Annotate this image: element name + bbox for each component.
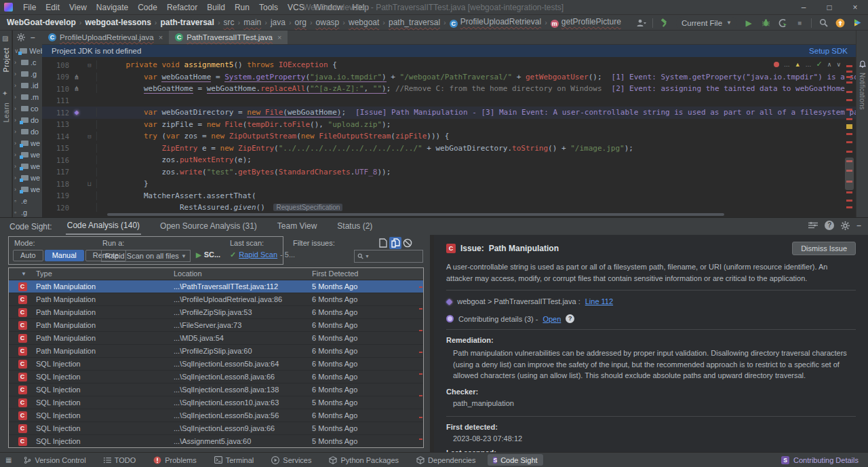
tree-item[interactable]: ›we [13, 172, 42, 183]
minimize-button[interactable]: – [791, 0, 816, 15]
issue-row[interactable]: CSQL Injection...\SqlInjectionLesson8.ja… [9, 371, 423, 384]
menu-file[interactable]: File [18, 3, 41, 12]
tree-item[interactable]: ›do [13, 114, 42, 126]
breadcrumb-item[interactable]: src [224, 18, 235, 27]
close-icon[interactable]: × [277, 33, 281, 41]
menu-edit[interactable]: Edit [41, 3, 64, 12]
mode-manual-button[interactable]: Manual [45, 250, 84, 261]
menu-run[interactable]: Run [230, 3, 254, 12]
column-type[interactable]: Type [36, 269, 52, 278]
tree-item[interactable]: ▫.e [13, 195, 42, 206]
breadcrumb-item[interactable]: webgoat-lessons [85, 18, 151, 27]
debug-bug-icon[interactable] [760, 18, 771, 29]
menu-code[interactable]: Code [133, 3, 162, 12]
tree-item[interactable]: ›.g [13, 68, 42, 79]
breadcrumb-item[interactable]: path-traversal [161, 18, 214, 27]
tool-strip-learn[interactable]: Learn [2, 102, 10, 122]
filter-suppressed-icon[interactable] [401, 237, 414, 249]
menu-build[interactable]: Build [202, 3, 230, 12]
tool-window-switcher-icon[interactable]: ▦ [5, 456, 12, 464]
error-stripe[interactable] [846, 58, 852, 212]
help-icon[interactable]: ? [566, 314, 574, 323]
code-line-112[interactable]: 112◆ var webGoatDirectory = new File(web… [42, 107, 856, 119]
filter-current-file-icon[interactable] [377, 237, 389, 249]
gear-icon[interactable] [841, 221, 850, 230]
code-line-114[interactable]: 114⊟ try (var zos = new ZipOutputStream(… [42, 130, 856, 143]
gear-icon[interactable] [17, 33, 25, 41]
code-line-117[interactable]: 117 zos.write("test".getBytes(StandardCh… [42, 166, 856, 179]
tree-item[interactable]: ›we [13, 160, 42, 172]
maximize-button[interactable]: □ [816, 0, 842, 15]
breadcrumb-item[interactable]: main [243, 18, 261, 27]
column-first-detected[interactable]: First Detected [312, 269, 358, 278]
stop-button[interactable]: ■ [794, 18, 805, 29]
tree-root-item[interactable]: ∨Web [13, 45, 42, 56]
sort-icon[interactable]: ▼ [21, 271, 26, 277]
issue-row[interactable]: CPath Manipulation...\FileServer.java:73… [9, 319, 423, 332]
breadcrumb-item[interactable]: mgetProfilePicture [551, 17, 621, 28]
code-line-111[interactable]: 111 [42, 95, 856, 107]
scrollbar-thumb[interactable] [845, 157, 854, 190]
next-issue-icon[interactable]: ∨ [836, 61, 841, 68]
search-everywhere-icon[interactable] [818, 18, 829, 29]
issue-row[interactable]: CSQL Injection...\SqlInjectionLesson5b.j… [9, 409, 423, 422]
code-line-109[interactable]: 109⋔ var webGoatHome = System.getPropert… [42, 71, 856, 83]
code-line-115[interactable]: 115 ZipEntry e = new ZipEntry("../../../… [42, 143, 856, 155]
menu-refactor[interactable]: Refactor [162, 3, 202, 12]
table-scrollbar[interactable] [419, 281, 422, 447]
run-configuration-select[interactable]: Current File ▼ [676, 17, 737, 29]
tree-item[interactable]: ›we [13, 183, 42, 195]
editor-tab[interactable]: CProfileUploadRetrieval.java× [42, 31, 169, 44]
code-line-108[interactable]: 108⊟ private void assignment5() throws I… [42, 59, 856, 71]
code-line-120[interactable]: 120 RestAssured.given() RequestSpecifica… [42, 202, 856, 214]
scan-type-select[interactable]: Rapid Scan on all files ▼ [101, 250, 191, 262]
taint-source-icon[interactable]: ⋔ [69, 73, 84, 81]
bell-icon[interactable] [859, 60, 867, 69]
issue-row[interactable]: CSQL Injection...\SqlInjectionLesson10.j… [9, 396, 423, 409]
breadcrumb-item[interactable]: webgoat [349, 18, 379, 27]
scan-button[interactable]: ▶ SC... [196, 250, 220, 259]
issue-row[interactable]: CPath Manipulation...\MD5.java:546 Month… [9, 332, 423, 345]
code-line-116[interactable]: 116 zos.putNextEntry(e); [42, 154, 856, 166]
inspection-widget[interactable]: … ▲… ✓ ∧ ∨ [774, 60, 841, 69]
tree-item[interactable]: ›do [13, 126, 42, 137]
tree-item[interactable]: ›we [13, 149, 42, 160]
tree-item[interactable]: ›.m [13, 91, 42, 102]
column-location[interactable]: Location [174, 269, 202, 278]
code-line-118[interactable]: 118⊔ } [42, 178, 856, 190]
dismiss-issue-button[interactable]: Dismiss Issue [792, 242, 856, 255]
profiler-icon[interactable] [777, 18, 788, 29]
issue-row[interactable]: CPath Manipulation...\ProfileZipSlip.jav… [9, 345, 423, 358]
breadcrumb-item[interactable]: owasp [316, 18, 340, 27]
issue-search-input[interactable] [371, 253, 418, 261]
editor-tab[interactable]: CPathTraversalITTest.java× [169, 31, 288, 44]
tool-window-problems[interactable]: Problems [148, 455, 201, 466]
close-button[interactable]: × [842, 0, 868, 15]
tool-window-services[interactable]: Services [266, 455, 317, 466]
tool-window-terminal[interactable]: Terminal [209, 455, 260, 466]
code-editor[interactable]: 108⊟ private void assignment5() throws I… [42, 57, 856, 217]
tab-open-source-analysis-31-[interactable]: Open Source Analysis (31) [159, 219, 258, 234]
code-line-110[interactable]: 110⋔ webGoatHome = webGoatHome.replaceAl… [42, 83, 856, 95]
issue-search-field[interactable]: ▼ [354, 250, 423, 263]
code-line-119[interactable]: 119 MatcherAssert.assertThat( [42, 190, 856, 202]
last-scan-link[interactable]: Rapid Scan [239, 250, 277, 259]
issue-row[interactable]: CSQL Injection...\SqlInjectionLesson5b.j… [9, 358, 423, 371]
tree-item[interactable]: ▫.g [13, 206, 42, 217]
tree-item[interactable]: ›co [13, 102, 42, 114]
open-link[interactable]: Open [542, 315, 561, 323]
update-available-icon[interactable] [835, 18, 846, 29]
tool-strip-notifications[interactable]: Notifications [859, 73, 866, 109]
breadcrumb-item[interactable]: path_traversal [389, 18, 440, 27]
build-hammer-icon[interactable] [659, 18, 670, 29]
issue-row[interactable]: CSQL Injection...\Assignment5.java:605 M… [9, 435, 423, 448]
tab-code-analysis-140-[interactable]: Code Analysis (140) [66, 218, 141, 235]
contributing-details-button[interactable]: S Contributing Details [781, 456, 859, 464]
fold-marker-icon[interactable]: ⊔ [84, 181, 95, 187]
line-link[interactable]: Line 112 [585, 297, 613, 305]
close-icon[interactable]: × [159, 33, 163, 41]
tool-window-python-packages[interactable]: Python Packages [323, 455, 404, 466]
issue-row[interactable]: CPath Manipulation...\PathTraversalITTes… [9, 280, 423, 293]
setup-sdk-link[interactable]: Setup SDK [809, 47, 848, 55]
tree-item[interactable]: ›.id [13, 79, 42, 91]
